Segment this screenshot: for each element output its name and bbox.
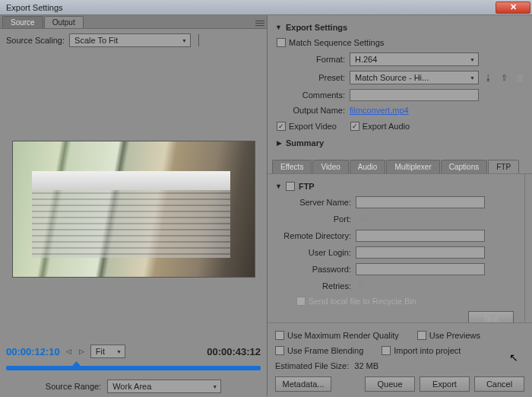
remote-dir-input[interactable] (356, 230, 485, 242)
tab-source[interactable]: Source (2, 16, 43, 28)
recycle-label: Send local file to Recycle Bin (309, 297, 416, 306)
export-video-label: Export Video (289, 122, 337, 131)
comments-label: Comments: (274, 91, 350, 100)
test-button[interactable]: Test (468, 311, 514, 322)
current-timecode[interactable]: 00:00:12:10 (6, 346, 60, 357)
max-quality-checkbox[interactable] (275, 331, 284, 340)
use-previews-checkbox[interactable] (417, 331, 426, 340)
chevron-right-icon[interactable]: ▶ (277, 139, 282, 147)
source-range-select[interactable]: Work Area (107, 380, 221, 393)
window-title: Export Settings (2, 3, 496, 12)
step-back-icon[interactable]: ◁ (65, 348, 73, 355)
filesize-value: 32 MB (354, 361, 378, 370)
source-range-label: Source Range: (46, 382, 101, 391)
match-sequence-label: Match Sequence Settings (289, 38, 384, 47)
export-button[interactable]: Export (420, 376, 470, 392)
output-name-link[interactable]: filmconvert.mp4 (350, 106, 409, 115)
step-fwd-icon[interactable]: ▷ (78, 348, 86, 355)
import-project-label: Import into project (394, 346, 461, 355)
use-previews-label: Use Previews (429, 331, 480, 340)
password-label: Password: (280, 265, 356, 274)
preview-frame[interactable] (12, 141, 255, 278)
remote-dir-label: Remote Directory: (280, 231, 356, 240)
user-login-label: User Login: (280, 248, 356, 257)
export-video-checkbox[interactable] (277, 122, 286, 131)
tab-audio[interactable]: Audio (350, 160, 386, 173)
port-label: Port: (280, 214, 356, 224)
delete-preset-icon[interactable]: 🗑 (514, 71, 526, 84)
source-scaling-label: Source Scaling: (6, 36, 65, 45)
source-scaling-select[interactable]: Scale To Fit (69, 33, 191, 47)
match-sequence-checkbox[interactable] (277, 38, 286, 47)
preset-label: Preset: (274, 73, 350, 82)
zoom-fit-select[interactable]: Fit (90, 345, 125, 358)
retries-label: Retries: (280, 281, 356, 291)
recycle-checkbox (296, 297, 306, 306)
format-label: Format: (274, 55, 350, 64)
retries-value[interactable]: 0 (356, 280, 386, 292)
panel-menu-icon[interactable] (253, 17, 267, 28)
comments-input[interactable] (350, 89, 479, 101)
preview-area (0, 52, 267, 343)
tab-multiplexer[interactable]: Multiplexer (386, 160, 439, 173)
user-login-input[interactable] (356, 246, 485, 259)
tab-captions[interactable]: Captions (441, 160, 487, 173)
format-select[interactable]: H.264 (350, 52, 479, 66)
filesize-label: Estimated File Size: (275, 361, 349, 370)
tab-video[interactable]: Video (312, 160, 348, 173)
export-audio-checkbox[interactable] (350, 122, 359, 131)
chevron-down-icon[interactable]: ▼ (275, 24, 282, 31)
ftp-enable-checkbox[interactable] (286, 182, 295, 191)
export-settings-header: Export Settings (286, 23, 347, 32)
cancel-button[interactable]: Cancel (474, 376, 524, 392)
divider (198, 34, 199, 46)
preset-select[interactable]: Match Source - Hi... (350, 71, 479, 84)
server-name-input[interactable] (356, 196, 485, 208)
timeline-track[interactable] (0, 360, 267, 376)
server-name-label: Server Name: (280, 198, 356, 207)
duration-timecode: 00:00:43:12 (207, 346, 261, 357)
summary-header: Summary (286, 138, 324, 148)
save-preset-icon[interactable]: ⭳ (482, 71, 494, 84)
queue-button[interactable]: Queue (365, 376, 415, 392)
chevron-down-icon[interactable]: ▼ (275, 183, 282, 190)
preview-image (12, 141, 255, 278)
metadata-button[interactable]: Metadata... (275, 376, 331, 392)
export-audio-label: Export Audio (363, 122, 410, 131)
frame-blend-checkbox[interactable] (275, 346, 284, 355)
frame-blend-label: Use Frame Blending (287, 346, 363, 355)
output-name-label: Output Name: (274, 106, 350, 115)
max-quality-label: Use Maximum Render Quality (287, 331, 399, 340)
ftp-section-title: FTP (299, 182, 315, 191)
playhead-icon[interactable] (73, 361, 80, 370)
tab-effects[interactable]: Effects (272, 160, 312, 173)
port-value[interactable]: 21 (356, 213, 386, 225)
password-input[interactable] (356, 263, 485, 275)
import-preset-icon[interactable]: ⇪ (498, 71, 510, 84)
tab-output[interactable]: Output (44, 16, 84, 28)
close-button[interactable]: ✕ (496, 2, 530, 14)
titlebar: Export Settings ✕ (0, 0, 532, 15)
tab-ftp[interactable]: FTP (488, 160, 519, 173)
scrollbar[interactable] (524, 174, 532, 322)
import-project-checkbox[interactable] (382, 346, 391, 355)
